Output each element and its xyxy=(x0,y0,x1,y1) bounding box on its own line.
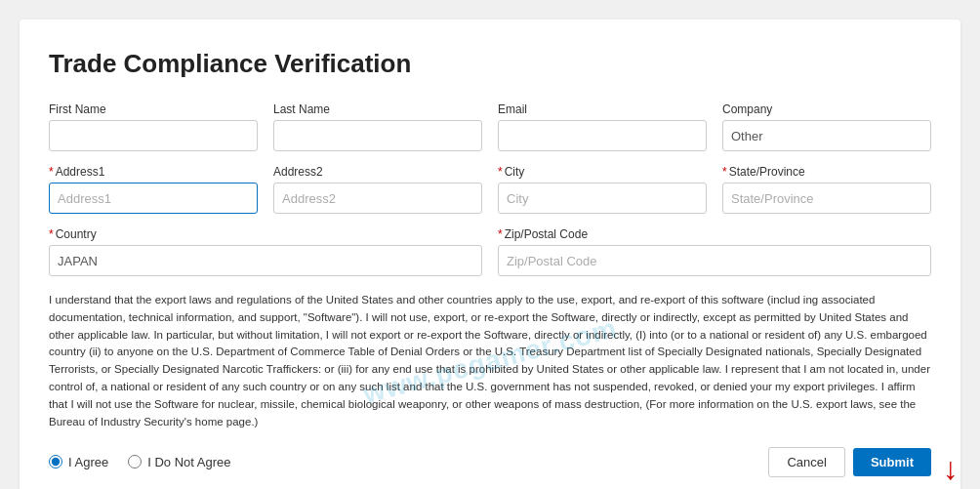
form-row-3: *Country *Zip/Postal Code xyxy=(49,227,931,276)
submit-wrapper: Submit ↓ xyxy=(853,448,931,476)
cancel-button[interactable]: Cancel xyxy=(768,447,844,477)
address2-group: Address2 xyxy=(273,165,482,214)
disagree-option[interactable]: I Do Not Agree xyxy=(128,455,230,469)
company-label: Company xyxy=(722,102,931,116)
email-label: Email xyxy=(498,102,707,116)
last-name-group: Last Name xyxy=(273,102,482,151)
email-group: Email xyxy=(498,102,707,151)
first-name-input[interactable] xyxy=(49,120,258,151)
zip-postal-group: *Zip/Postal Code xyxy=(498,227,931,276)
page-title: Trade Compliance Verification xyxy=(49,49,931,79)
form-row-2: *Address1 Address2 *City *State/Province xyxy=(49,165,931,214)
state-province-group: *State/Province xyxy=(722,165,931,214)
form-row-1: First Name Last Name Email Company xyxy=(49,102,931,151)
submit-button[interactable]: Submit xyxy=(853,448,931,476)
address1-required-star: * xyxy=(49,165,54,179)
disagree-label: I Do Not Agree xyxy=(147,455,230,469)
agreement-radio-group: I Agree I Do Not Agree xyxy=(49,455,230,469)
city-label: *City xyxy=(498,165,707,179)
agree-option[interactable]: I Agree xyxy=(49,455,108,469)
company-group: Company xyxy=(722,102,931,151)
city-group: *City xyxy=(498,165,707,214)
address2-input[interactable] xyxy=(273,183,482,214)
first-name-label: First Name xyxy=(49,102,258,116)
footer-row: I Agree I Do Not Agree Cancel Submit ↓ xyxy=(49,447,931,477)
zip-required-star: * xyxy=(498,227,503,241)
email-input[interactable] xyxy=(498,120,707,151)
arrow-down-icon: ↓ xyxy=(943,453,959,484)
state-province-input[interactable] xyxy=(722,183,931,214)
legal-text-block: I understand that the export laws and re… xyxy=(49,292,931,431)
disagree-radio[interactable] xyxy=(128,455,142,469)
address2-label: Address2 xyxy=(273,165,482,179)
zip-postal-input[interactable] xyxy=(498,245,931,276)
action-buttons: Cancel Submit ↓ xyxy=(768,447,931,477)
legal-text-content: I understand that the export laws and re… xyxy=(49,294,930,428)
first-name-group: First Name xyxy=(49,102,258,151)
agree-label: I Agree xyxy=(68,455,108,469)
city-required-star: * xyxy=(498,165,503,179)
address1-label: *Address1 xyxy=(49,165,258,179)
country-label: *Country xyxy=(49,227,482,241)
city-input[interactable] xyxy=(498,183,707,214)
state-province-label: *State/Province xyxy=(722,165,931,179)
zip-postal-label: *Zip/Postal Code xyxy=(498,227,931,241)
agree-radio[interactable] xyxy=(49,455,62,469)
state-required-star: * xyxy=(722,165,727,179)
address1-input[interactable] xyxy=(49,183,258,214)
company-input[interactable] xyxy=(722,120,931,151)
address1-group: *Address1 xyxy=(49,165,258,214)
last-name-input[interactable] xyxy=(273,120,482,151)
country-input[interactable] xyxy=(49,245,482,276)
country-group: *Country xyxy=(49,227,482,276)
country-required-star: * xyxy=(49,227,54,241)
last-name-label: Last Name xyxy=(273,102,482,116)
modal-container: Trade Compliance Verification First Name… xyxy=(20,20,960,489)
